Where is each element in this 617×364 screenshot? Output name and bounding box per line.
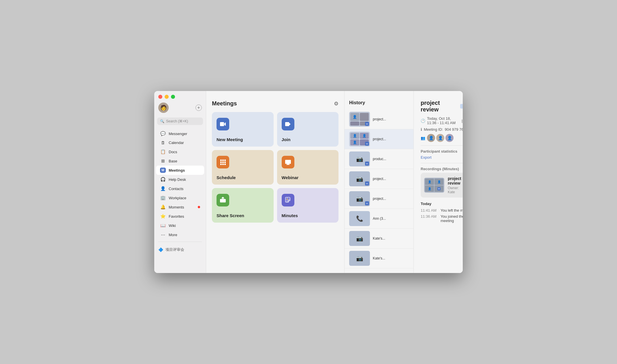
meetings-icon: M bbox=[160, 168, 166, 173]
participant-avatar-3: 👤 bbox=[445, 134, 454, 142]
history-thumbnail: 👤 👤 👤 M bbox=[349, 132, 370, 147]
history-item[interactable]: 📷 M project... bbox=[345, 189, 413, 209]
participant-stats-label: Participant statistics bbox=[421, 149, 463, 153]
rec-cell-3: 👤 bbox=[425, 185, 434, 192]
fullscreen-button[interactable] bbox=[171, 95, 175, 99]
history-item-name: Ann (3... bbox=[373, 217, 409, 221]
sidebar: 🧑 + 🔍 Search (⌘+K) 💬 Messenger 🗓 Calenda… bbox=[154, 91, 206, 273]
sidebar-item-calendar[interactable]: 🗓 Calendar bbox=[156, 138, 204, 147]
sidebar-item-moments[interactable]: 🔔 Moments bbox=[156, 202, 204, 212]
history-item[interactable]: 📞 Ann (3... bbox=[345, 209, 413, 229]
clock-icon: 🕐 bbox=[421, 119, 425, 123]
participants-icons-row: 👥 👤 👤 👤 bbox=[421, 134, 463, 142]
minutes-card[interactable]: ✋ Minutes bbox=[277, 188, 339, 223]
sidebar-item-label: Contacts bbox=[169, 187, 183, 191]
helpdesk-icon: 🎧 bbox=[160, 177, 166, 182]
share-screen-card[interactable]: Share Screen bbox=[212, 188, 274, 223]
sidebar-item-meetings[interactable]: M Meetings bbox=[156, 166, 204, 175]
participant-avatars: 👤 👤 👤 bbox=[427, 134, 454, 142]
sidebar-item-more[interactable]: ⋯ More bbox=[156, 230, 204, 239]
svg-text:✋: ✋ bbox=[287, 198, 288, 200]
history-item[interactable]: 📷 M produc... bbox=[345, 149, 413, 169]
schedule-label: Schedule bbox=[217, 175, 236, 180]
history-item[interactable]: 📷 M project... bbox=[345, 169, 413, 189]
event-time: 11:36 AM bbox=[421, 214, 437, 223]
calendar-icon: 🗓 bbox=[160, 140, 166, 145]
svg-rect-8 bbox=[220, 164, 222, 165]
sidebar-item-label: Meetings bbox=[169, 168, 185, 172]
messenger-icon: 💬 bbox=[160, 131, 166, 136]
moments-badge bbox=[198, 206, 200, 208]
sidebar-item-label: Calendar bbox=[169, 141, 184, 145]
recording-info: project review Owner: Kate bbox=[448, 176, 461, 194]
svg-rect-15 bbox=[286, 164, 290, 165]
svg-rect-4 bbox=[220, 160, 222, 161]
camera-icon: 📷 bbox=[356, 255, 363, 262]
sidebar-item-label: Base bbox=[169, 159, 177, 163]
pinned-item[interactable]: 🔷 项目评审会 bbox=[154, 244, 206, 255]
timeline-section: Today 11:41 AM You left the meeting 11:3… bbox=[421, 202, 463, 223]
webinar-card[interactable]: Webinar bbox=[277, 150, 339, 185]
history-item[interactable]: 👤 👤 👤 M project... bbox=[345, 129, 413, 149]
export-link[interactable]: Export bbox=[421, 155, 463, 160]
sidebar-item-base[interactable]: ⊞ Base bbox=[156, 156, 204, 166]
history-thumbnail: 👤 M bbox=[349, 112, 370, 127]
moments-icon: 🔔 bbox=[160, 204, 166, 210]
id-icon: ℹ bbox=[421, 127, 422, 132]
rec-cell-2: 👤 bbox=[434, 179, 443, 185]
recording-owner: Owner: Kate bbox=[448, 186, 461, 194]
history-item-name: Kate's... bbox=[373, 256, 409, 260]
camera-icon: 📷 bbox=[356, 235, 363, 242]
sidebar-item-label: Moments bbox=[169, 205, 184, 209]
nav-divider bbox=[158, 242, 202, 242]
thumb-logo: M bbox=[365, 162, 369, 166]
settings-icon[interactable]: ⚙ bbox=[334, 101, 338, 107]
camera-icon: 📷 bbox=[356, 175, 363, 182]
sidebar-item-label: More bbox=[169, 233, 177, 237]
history-item[interactable]: 👤 M project... bbox=[345, 109, 413, 129]
sidebar-item-label: Help Desk bbox=[169, 177, 186, 182]
new-meeting-card[interactable]: New Meeting bbox=[212, 112, 274, 147]
close-button[interactable] bbox=[158, 95, 162, 99]
separator: | bbox=[462, 119, 462, 123]
sidebar-item-label: Messenger bbox=[169, 132, 187, 136]
sidebar-item-label: Favorites bbox=[169, 214, 184, 219]
history-item[interactable]: 📷 Kate's... bbox=[345, 249, 413, 268]
svg-rect-11 bbox=[224, 162, 226, 163]
sidebar-item-label: Workplace bbox=[169, 196, 186, 200]
sidebar-item-messenger[interactable]: 💬 Messenger bbox=[156, 129, 204, 138]
divider-2 bbox=[421, 163, 463, 163]
sidebar-item-contacts[interactable]: 👤 Contacts bbox=[156, 184, 204, 193]
join-card[interactable]: Join bbox=[277, 112, 339, 147]
recordings-label: Recordings (Minutes) bbox=[421, 167, 463, 171]
minimize-button[interactable] bbox=[165, 95, 169, 99]
history-item[interactable]: 📷 Kate's... bbox=[345, 229, 413, 249]
sidebar-item-helpdesk[interactable]: 🎧 Help Desk bbox=[156, 175, 204, 184]
meeting-id-row: ℹ Meeting ID: 904 979 769 bbox=[421, 127, 463, 132]
detail-title: project review bbox=[421, 100, 457, 113]
meetings-header: Meetings ⚙ bbox=[212, 97, 338, 107]
base-icon: ⊞ bbox=[160, 158, 166, 164]
recording-title: project review bbox=[448, 176, 461, 185]
search-bar[interactable]: 🔍 Search (⌘+K) bbox=[157, 117, 203, 125]
meeting-id-label: Meeting ID: bbox=[424, 127, 443, 132]
schedule-card[interactable]: Schedule bbox=[212, 150, 274, 185]
recording-card[interactable]: 👤 👤 👤 M project review Owner: Kate ↗ bbox=[421, 173, 463, 198]
svg-rect-9 bbox=[222, 164, 224, 165]
sidebar-item-favorites[interactable]: ⭐ Favorites bbox=[156, 212, 204, 221]
add-button[interactable]: + bbox=[195, 105, 202, 111]
history-header: History bbox=[345, 91, 413, 109]
participant-avatar-2: 👤 bbox=[436, 134, 444, 142]
history-item-name: project... bbox=[373, 117, 409, 121]
minutes-icon: ✋ bbox=[282, 194, 294, 206]
share-screen-icon bbox=[217, 194, 229, 206]
avatar[interactable]: 🧑 bbox=[158, 103, 169, 113]
sidebar-item-wiki[interactable]: 📖 Wiki bbox=[156, 221, 204, 230]
favorites-icon: ⭐ bbox=[160, 214, 166, 219]
participant-avatar-1: 👤 bbox=[427, 134, 435, 142]
time-info-row: 🕐 Today, Oct 18, 11:36 - 11:41 AM | 5 mi… bbox=[421, 116, 463, 125]
sidebar-item-workplace[interactable]: 🏢 Workplace bbox=[156, 193, 204, 202]
sidebar-item-docs[interactable]: 📋 Docs bbox=[156, 147, 204, 156]
join-icon bbox=[282, 118, 294, 130]
history-item-name: Kate's... bbox=[373, 236, 409, 240]
